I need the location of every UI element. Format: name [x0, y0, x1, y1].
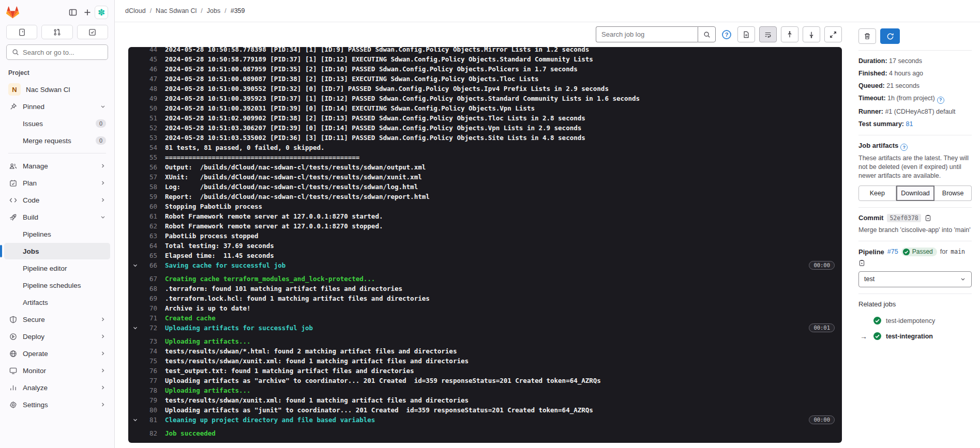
sidebar-item-manage[interactable]: Manage: [4, 158, 110, 174]
log-line-number[interactable]: 64: [141, 241, 157, 251]
log-line-number[interactable]: 57: [141, 172, 157, 182]
sidebar-item-plan[interactable]: Plan: [4, 175, 110, 191]
log-line-number[interactable]: 55: [141, 152, 157, 162]
log-line-number[interactable]: 62: [141, 221, 157, 231]
sidebar-item-merge-requests[interactable]: Merge requests 0: [4, 132, 110, 149]
sidebar-item-project[interactable]: N Nac Sdwan Cl: [4, 81, 110, 98]
log-line-number[interactable]: 45: [141, 54, 157, 64]
scroll-to-bottom-button[interactable]: [803, 26, 820, 42]
browse-artifacts-button[interactable]: Browse: [934, 186, 972, 201]
log-line-number[interactable]: 79: [141, 395, 157, 405]
sidebar-item-deploy[interactable]: Deploy: [4, 328, 110, 345]
section-chevron-down-icon[interactable]: [132, 262, 138, 268]
section-chevron-down-icon[interactable]: [132, 417, 138, 423]
log-search-input[interactable]: [596, 26, 698, 42]
sidebar-item-operate[interactable]: Operate: [4, 345, 110, 362]
log-line-number[interactable]: 71: [141, 313, 157, 323]
breadcrumb-jobs[interactable]: Jobs: [207, 7, 220, 14]
log-line-number[interactable]: 49: [141, 94, 157, 103]
log-line-number[interactable]: 73: [141, 336, 157, 346]
commit-sha[interactable]: 52ef0378: [887, 214, 921, 222]
log-line-number[interactable]: 76: [141, 366, 157, 376]
pipeline-ref[interactable]: main: [951, 248, 965, 255]
log-line-number[interactable]: 72: [141, 323, 157, 333]
log-line-number[interactable]: 67: [141, 274, 157, 284]
log-line[interactable]: 81Cleaning up project directory and file…: [128, 415, 842, 425]
download-artifacts-button[interactable]: Download: [896, 186, 935, 201]
todo-list-button[interactable]: [77, 25, 108, 39]
sidebar-item-pipeline-editor[interactable]: Pipeline editor: [4, 260, 110, 276]
keep-artifacts-button[interactable]: Keep: [858, 186, 896, 201]
sidebar-item-pinned[interactable]: Pinned: [4, 98, 110, 115]
section-chevron-down-icon[interactable]: [132, 325, 138, 331]
sidebar-item-issues[interactable]: Issues 0: [4, 115, 110, 132]
log-line-number[interactable]: 74: [141, 346, 157, 356]
log-line-number[interactable]: 61: [141, 211, 157, 221]
copy-commit-sha-icon[interactable]: [925, 214, 931, 221]
log-line-number[interactable]: 60: [141, 202, 157, 211]
stage-dropdown[interactable]: test: [858, 271, 972, 287]
breadcrumb-group[interactable]: dCloud: [125, 7, 146, 14]
sidebar-item-pipeline-schedules[interactable]: Pipeline schedules: [4, 277, 110, 293]
test-summary-link[interactable]: 81: [906, 120, 913, 128]
breadcrumb-job-id[interactable]: #359: [231, 7, 245, 14]
log-line-number[interactable]: 53: [141, 133, 157, 143]
breadcrumb-project[interactable]: Nac Sdwan Cl: [156, 7, 197, 14]
sidebar-item-artifacts[interactable]: Artifacts: [4, 294, 110, 311]
user-avatar[interactable]: ✽: [95, 6, 108, 19]
log-line[interactable]: 66Saving cache for successful job00:00: [128, 260, 842, 270]
sidebar-item-settings[interactable]: Settings: [4, 396, 110, 413]
log-line-number[interactable]: 81: [141, 415, 157, 425]
erase-job-log-button[interactable]: [858, 28, 876, 44]
log-line-number[interactable]: 46: [141, 64, 157, 74]
log-line[interactable]: 72Uploading artifacts for successful job…: [128, 323, 842, 333]
sidebar-collapse-button[interactable]: [66, 5, 80, 20]
copy-ref-icon[interactable]: [858, 259, 865, 266]
log-line-number[interactable]: 65: [141, 251, 157, 260]
log-line-number[interactable]: 48: [141, 84, 157, 94]
log-line-number[interactable]: 54: [141, 143, 157, 152]
global-search[interactable]: [6, 44, 108, 60]
assigned-issues-button[interactable]: [6, 25, 37, 39]
sidebar-item-pipelines[interactable]: Pipelines: [4, 226, 110, 242]
log-line-number[interactable]: 63: [141, 231, 157, 241]
log-line-number[interactable]: 77: [141, 376, 157, 385]
gitlab-logo[interactable]: [6, 6, 19, 19]
log-line-number[interactable]: 75: [141, 356, 157, 366]
sidebar-item-monitor[interactable]: Monitor: [4, 362, 110, 379]
log-line-number[interactable]: 70: [141, 303, 157, 313]
log-line-number[interactable]: 80: [141, 405, 157, 415]
log-line-number[interactable]: 44: [141, 47, 157, 54]
create-new-button[interactable]: [80, 5, 95, 20]
log-line-number[interactable]: 59: [141, 192, 157, 202]
log-line-number[interactable]: 66: [141, 260, 157, 270]
log-line-number[interactable]: 50: [141, 103, 157, 113]
retry-job-button[interactable]: [880, 28, 900, 44]
timeout-help-icon[interactable]: ?: [937, 97, 944, 104]
log-line-number[interactable]: 78: [141, 385, 157, 395]
global-search-input[interactable]: [23, 49, 95, 56]
merge-requests-shortcut-button[interactable]: [41, 25, 72, 39]
log-line-number[interactable]: 68: [141, 284, 157, 293]
log-line-number[interactable]: 58: [141, 182, 157, 192]
related-job-row-current[interactable]: → test-integration: [858, 329, 972, 344]
log-line-number[interactable]: 69: [141, 293, 157, 303]
log-line-number[interactable]: 52: [141, 123, 157, 133]
sidebar-item-analyze[interactable]: Analyze: [4, 379, 110, 396]
scroll-to-top-button[interactable]: [781, 26, 798, 42]
log-line-number[interactable]: 82: [141, 428, 157, 438]
sidebar-item-build[interactable]: Build: [4, 209, 110, 225]
pipeline-status-badge[interactable]: Passed: [901, 248, 937, 256]
wrap-lines-button[interactable]: [759, 26, 777, 42]
show-raw-log-button[interactable]: [737, 26, 755, 42]
sidebar-item-jobs[interactable]: Jobs: [4, 243, 110, 259]
log-line-number[interactable]: 56: [141, 162, 157, 172]
related-job-row[interactable]: test-idempotency: [858, 313, 972, 329]
fullscreen-button[interactable]: [824, 26, 842, 42]
sidebar-item-secure[interactable]: Secure: [4, 311, 110, 328]
log-line-number[interactable]: 51: [141, 113, 157, 123]
log-search-button[interactable]: [698, 26, 716, 42]
sidebar-item-code[interactable]: Code: [4, 192, 110, 208]
artifacts-help-icon[interactable]: ?: [900, 144, 908, 151]
log-search-help-icon[interactable]: ?: [722, 30, 731, 39]
